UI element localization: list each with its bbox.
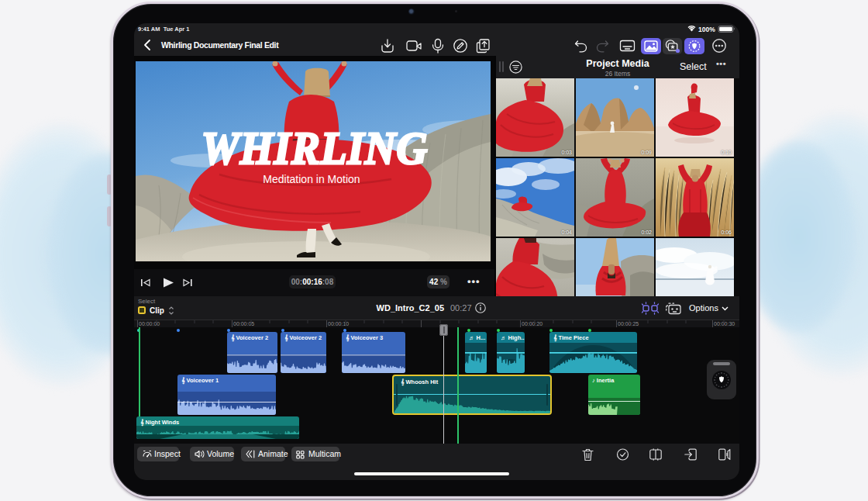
svg-text:100%: 100%: [698, 26, 715, 33]
